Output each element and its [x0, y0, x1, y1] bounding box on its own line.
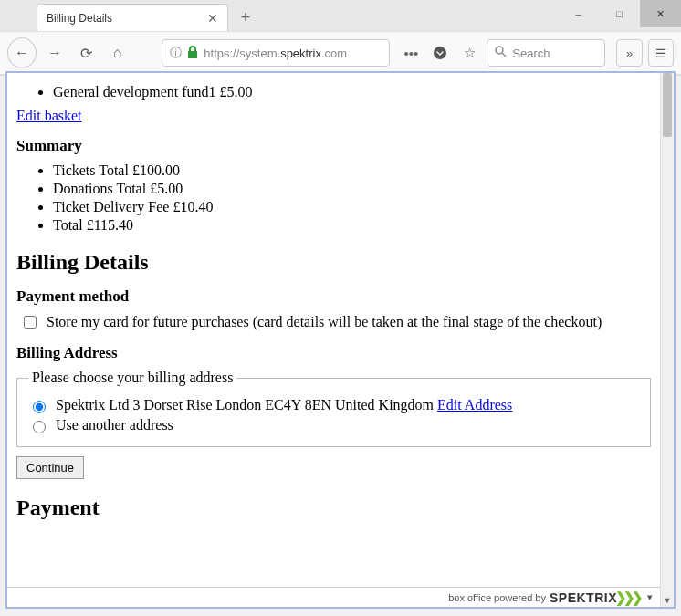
forward-button[interactable]: →	[42, 39, 68, 67]
scroll-down-arrow[interactable]: ▼	[661, 593, 674, 607]
other-address-label: Use another address	[56, 417, 173, 433]
billing-address-heading: Billing Address	[16, 344, 651, 362]
summary-heading: Summary	[16, 137, 651, 155]
page-viewport: General development fund1 £5.00 Edit bas…	[5, 71, 676, 609]
reload-button[interactable]: ⟳	[73, 39, 99, 67]
chevron-down-icon[interactable]: ▾	[647, 591, 653, 603]
list-item: General development fund1 £5.00	[53, 84, 651, 100]
search-bar[interactable]: Search	[487, 39, 605, 67]
store-card-label: Store my card for future purchases (card…	[47, 314, 602, 330]
edit-address-link[interactable]: Edit Address	[437, 397, 512, 412]
overflow-button[interactable]: »	[616, 39, 642, 67]
bookmark-star-icon[interactable]: ☆	[457, 41, 481, 65]
existing-address-radio[interactable]	[33, 401, 46, 413]
spektrix-logo[interactable]: SPEKTRIX❯❯❯	[550, 590, 640, 606]
list-item: Ticket Delivery Fee £10.40	[53, 199, 651, 215]
other-address-radio[interactable]	[33, 421, 46, 433]
hamburger-menu-button[interactable]: ☰	[648, 39, 674, 67]
new-tab-button[interactable]: +	[232, 4, 259, 31]
back-button[interactable]: ←	[7, 37, 37, 68]
basket-items-list: General development fund1 £5.00	[16, 84, 651, 100]
payment-method-heading: Payment method	[16, 287, 651, 306]
info-icon: ⓘ	[170, 45, 182, 61]
list-item: Total £115.40	[53, 217, 651, 234]
footer-bar: box office powered by SPEKTRIX❯❯❯ ▾	[7, 587, 660, 607]
tab-close-icon[interactable]: ✕	[207, 11, 218, 26]
minimize-button[interactable]: –	[558, 0, 599, 27]
tab-title: Billing Details	[47, 12, 112, 25]
chevron-icon: ❯❯❯	[615, 590, 640, 606]
pocket-icon[interactable]	[428, 41, 452, 65]
billing-details-heading: Billing Details	[16, 250, 651, 275]
toolbar: ← → ⟳ ⌂ ⓘ https://system.spektrix.com ••…	[0, 31, 681, 75]
url-text: https://system.spektrix.com	[204, 47, 347, 60]
edit-basket-link[interactable]: Edit basket	[16, 108, 82, 123]
page-actions-icon[interactable]: •••	[399, 41, 423, 65]
payment-heading: Payment	[16, 496, 651, 520]
billing-address-fieldset: Please choose your billing address Spekt…	[16, 370, 651, 447]
store-card-checkbox[interactable]	[24, 316, 37, 329]
footer-text: box office powered by	[448, 592, 546, 603]
list-item: Tickets Total £100.00	[53, 162, 651, 179]
svg-line-1	[502, 53, 506, 57]
existing-address-label: Spektrix Ltd 3 Dorset Rise London EC4Y 8…	[56, 397, 512, 413]
summary-list: Tickets Total £100.00 Donations Total £5…	[16, 162, 651, 234]
fieldset-legend: Please choose your billing address	[28, 370, 236, 386]
svg-point-0	[496, 47, 503, 54]
window-close-button[interactable]: ✕	[640, 0, 681, 27]
continue-button[interactable]: Continue	[16, 456, 84, 479]
maximize-button[interactable]: □	[599, 0, 640, 27]
page-content: General development fund1 £5.00 Edit bas…	[7, 73, 660, 607]
list-item: Donations Total £5.00	[53, 181, 651, 197]
browser-tab[interactable]: Billing Details ✕	[37, 4, 228, 31]
search-placeholder: Search	[512, 47, 550, 60]
scroll-thumb[interactable]	[663, 73, 672, 137]
lock-icon	[187, 46, 198, 61]
search-icon	[495, 46, 507, 60]
scrollbar[interactable]: ▲ ▼	[660, 73, 674, 607]
home-button[interactable]: ⌂	[105, 39, 131, 67]
url-bar[interactable]: ⓘ https://system.spektrix.com	[162, 39, 390, 67]
